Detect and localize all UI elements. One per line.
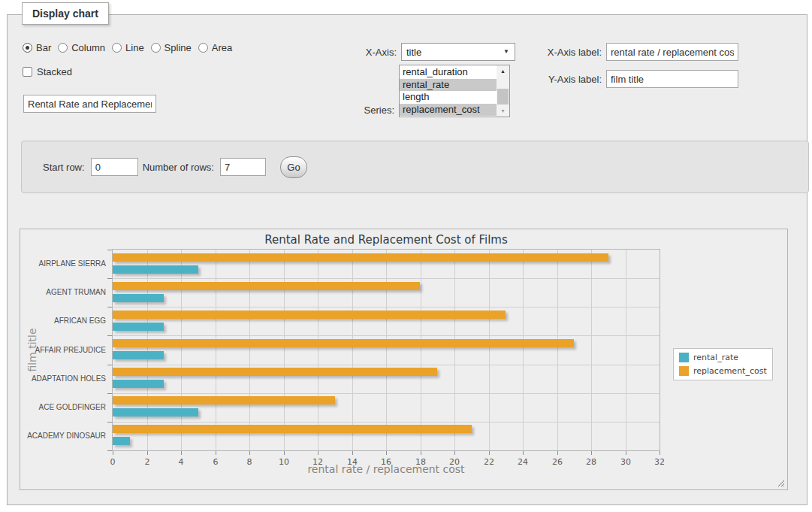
bar-replacement_cost xyxy=(113,253,608,262)
gridline xyxy=(421,250,421,450)
series-options: rental_durationrental_ratelengthreplacem… xyxy=(400,66,497,116)
category-label: AFFAIR PREJUDICE xyxy=(0,346,106,354)
gridline xyxy=(352,250,353,450)
listbox-scrollbar[interactable]: ▲ ▼ xyxy=(497,65,509,117)
bar-rental_rate xyxy=(113,437,130,445)
bar-rental_rate xyxy=(113,408,198,417)
display-chart-panel: Display chart BarColumnLineSplineArea St… xyxy=(7,14,807,505)
scrollbar-thumb[interactable] xyxy=(497,89,509,105)
radio-icon[interactable] xyxy=(58,43,68,53)
gridline xyxy=(113,307,660,308)
x-tick-mark xyxy=(454,451,455,455)
y-tick-mark xyxy=(107,422,112,423)
y-axis-label-input[interactable] xyxy=(606,70,738,88)
x-tick-mark xyxy=(216,451,216,455)
y-tick-mark xyxy=(107,335,112,336)
series-option-length[interactable]: length xyxy=(400,91,497,104)
x-tick-mark xyxy=(660,451,660,455)
bar-rental_rate xyxy=(113,380,164,388)
series-option-replacement_cost[interactable]: replacement_cost xyxy=(400,104,497,117)
stacked-option[interactable]: Stacked xyxy=(23,66,72,77)
bar-rental_rate xyxy=(113,351,164,359)
x-tick-mark xyxy=(113,451,113,455)
chart-type-option-line[interactable]: Line xyxy=(112,42,144,53)
category-label: AIRPLANE SIERRA xyxy=(0,259,106,268)
gridline xyxy=(216,250,216,450)
y-tick-mark xyxy=(107,365,112,365)
gridline xyxy=(113,278,660,279)
category-label: AFRICAN EGG xyxy=(0,317,106,325)
radio-label: Bar xyxy=(36,42,51,53)
radio-icon[interactable] xyxy=(23,43,32,53)
category-label: ACADEMY DINOSAUR xyxy=(0,432,106,440)
x-tick-mark xyxy=(147,451,148,455)
chart-x-axis-title: rental rate / replacement cost xyxy=(113,463,660,475)
chart-type-option-spline[interactable]: Spline xyxy=(151,42,192,53)
series-option-rental_duration[interactable]: rental_duration xyxy=(400,66,497,79)
bar-replacement_cost xyxy=(113,311,506,319)
chart-plot-area: 02468101214161820222426283032AIRPLANE SI… xyxy=(113,250,660,450)
chart-type-option-area[interactable]: Area xyxy=(198,42,232,53)
x-axis-select[interactable]: title ▼ xyxy=(401,43,515,61)
gridline xyxy=(523,250,524,450)
y-tick-mark xyxy=(107,393,112,394)
radio-icon[interactable] xyxy=(151,43,161,53)
chart-type-radio-group: BarColumnLineSplineArea xyxy=(23,42,232,53)
bar-replacement_cost xyxy=(113,425,472,433)
y-axis-label-label: Y-Axis label: xyxy=(536,74,602,85)
scroll-down-icon[interactable]: ▼ xyxy=(497,105,509,117)
bar-rental_rate xyxy=(113,294,164,302)
series-listbox-label: Series: xyxy=(331,105,394,116)
x-tick-mark xyxy=(181,451,182,455)
go-button[interactable]: Go xyxy=(280,156,307,178)
legend-label: rental_rate xyxy=(693,353,738,362)
legend-entry-rental_rate: rental_rate xyxy=(679,353,767,362)
chart-type-option-column[interactable]: Column xyxy=(58,42,105,53)
chart-type-option-bar[interactable]: Bar xyxy=(23,42,51,53)
gridline xyxy=(284,250,285,450)
gridline xyxy=(454,250,455,450)
gridline xyxy=(386,250,387,450)
series-listbox[interactable]: rental_durationrental_ratelengthreplacem… xyxy=(399,65,510,117)
x-tick-mark xyxy=(557,451,558,455)
bar-rental_rate xyxy=(113,265,198,274)
x-tick-mark xyxy=(591,451,592,455)
panel-title: Display chart xyxy=(22,2,109,25)
chart-legend: rental_ratereplacement_cost xyxy=(673,348,773,380)
gridline xyxy=(113,365,660,365)
scroll-up-icon[interactable]: ▲ xyxy=(497,65,509,77)
x-tick-mark xyxy=(489,451,490,455)
x-tick-mark xyxy=(318,451,318,455)
gridline xyxy=(147,250,148,450)
radio-icon[interactable] xyxy=(112,43,122,53)
y-tick-mark xyxy=(107,250,112,250)
gridline xyxy=(181,250,182,450)
x-tick-mark xyxy=(352,451,353,455)
gridline xyxy=(113,393,660,394)
start-row-input[interactable] xyxy=(91,158,138,176)
chevron-down-icon: ▼ xyxy=(503,49,509,55)
chart-title-input[interactable] xyxy=(23,95,156,113)
category-label: AGENT TRUMAN xyxy=(0,288,106,296)
number-of-rows-input[interactable] xyxy=(220,158,266,176)
radio-label: Area xyxy=(212,42,232,53)
bar-replacement_cost xyxy=(113,282,420,290)
stacked-checkbox[interactable] xyxy=(23,67,32,77)
legend-swatch xyxy=(679,366,689,376)
legend-swatch xyxy=(679,353,689,362)
series-option-rental_rate[interactable]: rental_rate xyxy=(400,79,497,92)
radio-label: Line xyxy=(125,42,144,53)
stacked-label: Stacked xyxy=(37,66,72,77)
x-axis-label-input[interactable] xyxy=(606,43,738,61)
x-tick-mark xyxy=(626,451,626,455)
gridline xyxy=(626,250,626,450)
chart-container: Rental Rate and Replacement Cost of Film… xyxy=(20,229,788,490)
gridline xyxy=(113,335,660,336)
chart-title: Rental Rate and Replacement Cost of Film… xyxy=(113,233,660,247)
category-label: ACE GOLDFINGER xyxy=(0,403,106,411)
radio-label: Spline xyxy=(165,42,192,53)
resize-handle-icon[interactable] xyxy=(777,480,785,487)
radio-icon[interactable] xyxy=(198,43,208,53)
x-tick-mark xyxy=(249,451,250,455)
rows-form: Start row: Number of rows: Go xyxy=(21,141,809,193)
